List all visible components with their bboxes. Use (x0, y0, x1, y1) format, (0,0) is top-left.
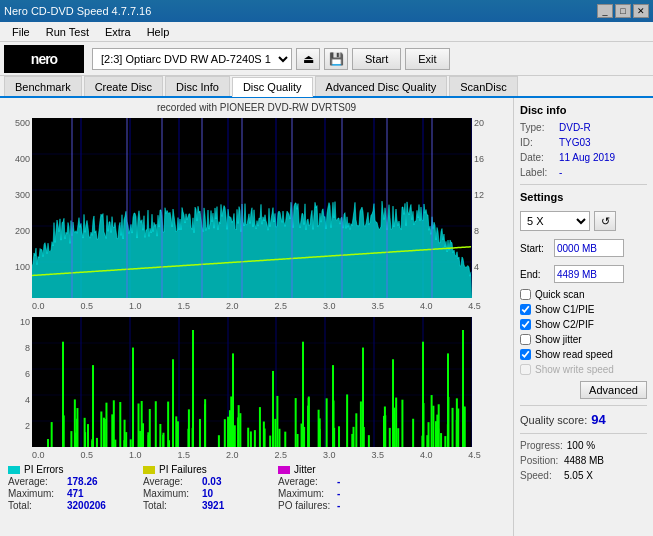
legend-area: PI Errors Average: 178.26 Maximum: 471 T… (4, 462, 509, 513)
tab-create-disc[interactable]: Create Disc (84, 76, 163, 96)
jitter-title: Jitter (294, 464, 316, 475)
save-icon-btn[interactable]: 💾 (324, 48, 348, 70)
show-c2pif-checkbox[interactable] (520, 319, 531, 330)
x-label-15: 1.5 (177, 301, 190, 311)
start-input[interactable] (554, 239, 624, 257)
start-row: Start: (520, 239, 647, 257)
menu-file[interactable]: File (4, 24, 38, 40)
advanced-button[interactable]: Advanced (580, 381, 647, 399)
divider-3 (520, 433, 647, 434)
exit-button[interactable]: Exit (405, 48, 449, 70)
quality-row: Quality score: 94 (520, 412, 647, 427)
pi-errors-avg-label: Average: (8, 476, 63, 487)
close-button[interactable]: ✕ (633, 4, 649, 18)
minimize-button[interactable]: _ (597, 4, 613, 18)
end-input[interactable] (554, 265, 624, 283)
pi-errors-avg-value: 178.26 (67, 476, 127, 487)
show-c1pie-checkbox[interactable] (520, 304, 531, 315)
show-read-speed-checkbox[interactable] (520, 349, 531, 360)
top-chart (32, 118, 472, 298)
divider-1 (520, 184, 647, 185)
settings-title: Settings (520, 191, 647, 203)
title-bar-buttons: _ □ ✕ (597, 4, 649, 18)
x-label-0: 0.0 (32, 301, 45, 311)
show-c2pif-row: Show C2/PIF (520, 319, 647, 330)
progress-row: Progress: 100 % (520, 440, 647, 451)
legend-pi-errors: PI Errors Average: 178.26 Maximum: 471 T… (8, 464, 127, 511)
y-top-left-300: 300 (4, 190, 30, 200)
jitter-po-label: PO failures: (278, 500, 333, 511)
menu-help[interactable]: Help (139, 24, 178, 40)
speed-select[interactable]: 5 X Maximum 8 X 12 X (520, 211, 590, 231)
show-write-speed-row: Show write speed (520, 364, 647, 375)
disc-id-value: TYG03 (559, 137, 591, 148)
jitter-max-label: Maximum: (278, 488, 333, 499)
app-title: Nero CD-DVD Speed 4.7.7.16 (4, 5, 151, 17)
y-bot-left-10: 10 (4, 317, 30, 327)
x-label-10: 1.0 (129, 301, 142, 311)
show-read-speed-label: Show read speed (535, 349, 613, 360)
show-read-speed-row: Show read speed (520, 349, 647, 360)
x-label-20: 2.0 (226, 301, 239, 311)
pi-failures-color (143, 466, 155, 474)
tab-benchmark[interactable]: Benchmark (4, 76, 82, 96)
pi-failures-avg-label: Average: (143, 476, 198, 487)
tab-bar: Benchmark Create Disc Disc Info Disc Qua… (0, 76, 653, 98)
pi-errors-title: PI Errors (24, 464, 63, 475)
refresh-button[interactable]: ↺ (594, 211, 616, 231)
divider-2 (520, 405, 647, 406)
end-label: End: (520, 269, 550, 280)
pi-failures-total-value: 3921 (202, 500, 262, 511)
tab-scandisc[interactable]: ScanDisc (449, 76, 517, 96)
disc-id-label: ID: (520, 137, 555, 148)
disc-label-row: Label: - (520, 167, 647, 178)
start-button[interactable]: Start (352, 48, 401, 70)
menu-extra[interactable]: Extra (97, 24, 139, 40)
speed-stat-row: Speed: 5.05 X (520, 470, 647, 481)
disc-info-title: Disc info (520, 104, 647, 116)
jitter-color (278, 466, 290, 474)
pi-errors-max-value: 471 (67, 488, 127, 499)
speed-stat-label: Speed: (520, 470, 560, 481)
menu-run-test[interactable]: Run Test (38, 24, 97, 40)
y-top-right-20: 20 (474, 118, 492, 128)
pi-errors-max-label: Maximum: (8, 488, 63, 499)
quick-scan-label: Quick scan (535, 289, 584, 300)
title-bar: Nero CD-DVD Speed 4.7.7.16 _ □ ✕ (0, 0, 653, 22)
progress-value: 100 % (567, 440, 595, 451)
y-top-left-200: 200 (4, 226, 30, 236)
disc-type-value: DVD-R (559, 122, 591, 133)
eject-icon-btn[interactable]: ⏏ (296, 48, 320, 70)
y-top-left-500: 500 (4, 118, 30, 128)
pi-errors-color (8, 466, 20, 474)
y-top-right-16: 16 (474, 154, 492, 164)
disc-label-label: Label: (520, 167, 555, 178)
show-c1pie-row: Show C1/PIE (520, 304, 647, 315)
x-label-35: 3.5 (371, 301, 384, 311)
y-top-left-400: 400 (4, 154, 30, 164)
jitter-avg-label: Average: (278, 476, 333, 487)
start-label: Start: (520, 243, 550, 254)
pi-errors-total-value: 3200206 (67, 500, 127, 511)
quality-label: Quality score: (520, 414, 587, 426)
tab-advanced-disc-quality[interactable]: Advanced Disc Quality (315, 76, 448, 96)
show-jitter-checkbox[interactable] (520, 334, 531, 345)
pi-errors-total-label: Total: (8, 500, 63, 511)
nero-logo: nero (4, 45, 84, 73)
pi-failures-title: PI Failures (159, 464, 207, 475)
tab-disc-quality[interactable]: Disc Quality (232, 77, 313, 97)
jitter-max-value: - (337, 488, 397, 499)
quick-scan-checkbox[interactable] (520, 289, 531, 300)
drive-select[interactable]: [2:3] Optiarc DVD RW AD-7240S 1.04 (92, 48, 292, 70)
disc-date-value: 11 Aug 2019 (559, 152, 615, 163)
y-top-right-12: 12 (474, 190, 492, 200)
toolbar: nero [2:3] Optiarc DVD RW AD-7240S 1.04 … (0, 42, 653, 76)
maximize-button[interactable]: □ (615, 4, 631, 18)
position-row: Position: 4488 MB (520, 455, 647, 466)
tab-disc-info[interactable]: Disc Info (165, 76, 230, 96)
pi-failures-total-label: Total: (143, 500, 198, 511)
jitter-po-value: - (337, 500, 397, 511)
show-jitter-row: Show jitter (520, 334, 647, 345)
disc-type-row: Type: DVD-R (520, 122, 647, 133)
quality-value: 94 (591, 412, 605, 427)
